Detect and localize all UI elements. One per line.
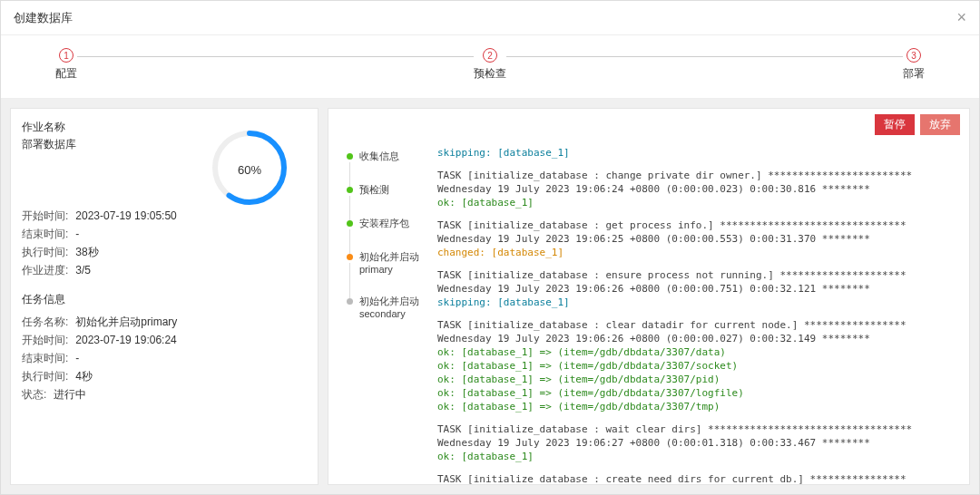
log-area[interactable]: skipping: [database_1]TASK [initialize_d… [428,141,969,484]
pause-button[interactable]: 暂停 [875,114,915,135]
log-line: TASK [initialize_database : clear datadi… [437,318,960,332]
info-row: 开始时间:2023-07-19 19:06:24 [22,331,307,349]
modal-header: 创建数据库 × [1,1,979,35]
left-panel: 作业名称 部署数据库 60% 开始时间:2023-07-19 19:05:50结… [10,108,318,485]
log-line: skipping: [database_1] [437,296,960,309]
log-block: TASK [initialize_database : change priva… [437,169,960,209]
modal: 创建数据库 × 1 配置 2 预检查 3 部署 作业名称 部署数据库 [0,0,980,495]
log-block: TASK [initialize_database : get process … [437,218,960,259]
timeline-item[interactable]: 安装程序包 [343,217,421,250]
info-value: 进行中 [54,385,86,403]
progress-percentage: 60% [238,162,261,176]
log-line: Wednesday 19 July 2023 19:06:27 +0800 (0… [437,436,960,450]
log-line: ok: [database_1] => (item=/gdb/dbdata/33… [437,359,960,373]
log-line: TASK [initialize_database : ensure proce… [437,268,960,282]
log-line: Wednesday 19 July 2023 19:06:26 +0800 (0… [437,282,960,296]
info-row: 执行时间:38秒 [22,243,307,261]
right-body: 收集信息预检测安装程序包初始化并启动primary初始化并启动secondary… [328,141,969,484]
info-value: 初始化并启动primary [75,313,177,331]
info-value: 2023-07-19 19:06:24 [75,331,176,349]
info-value: 2023-07-19 19:05:50 [75,207,176,225]
info-row: 执行时间:4秒 [22,367,307,385]
info-value: 3/5 [75,261,91,279]
timeline: 收集信息预检测安装程序包初始化并启动primary初始化并启动secondary [328,141,428,484]
step-label: 部署 [903,66,925,82]
job-info-list: 开始时间:2023-07-19 19:05:50结束时间:-执行时间:38秒作业… [22,207,307,279]
task-section-title: 任务信息 [22,292,307,307]
info-key: 结束时间: [22,349,68,367]
timeline-item[interactable]: 收集信息 [343,150,421,183]
info-key: 执行时间: [22,243,68,261]
info-key: 任务名称: [22,313,68,331]
step-label: 预检查 [474,66,506,82]
log-block: TASK [initialize_database : clear datadi… [437,318,960,413]
info-row: 作业进度:3/5 [22,261,307,279]
log-line: Wednesday 19 July 2023 19:06:24 +0800 (0… [437,182,960,196]
task-info-list: 任务名称:初始化并启动primary开始时间:2023-07-19 19:06:… [22,313,307,403]
info-value: 4秒 [75,367,93,385]
log-block: skipping: [database_1] [437,146,960,160]
info-row: 状态:进行中 [22,385,307,403]
discard-button[interactable]: 放弃 [920,114,960,135]
info-key: 结束时间: [22,225,68,243]
log-line: changed: [database_1] [437,246,960,259]
step-number-icon: 3 [906,48,921,63]
info-row: 任务名称:初始化并启动primary [22,313,307,331]
log-block: TASK [initialize_database : create need … [437,472,960,484]
timeline-item[interactable]: 预检测 [343,183,421,217]
log-block: TASK [initialize_database : wait clear d… [437,422,960,463]
log-line: ok: [database_1] => (item=/gdb/dbdata/33… [437,400,960,413]
log-line: ok: [database_1] => (item=/gdb/dbdata/33… [437,373,960,386]
step-number-icon: 2 [483,48,497,63]
log-line: ok: [database_1] => (item=/gdb/dbdata/33… [437,386,960,400]
info-key: 开始时间: [22,331,68,349]
info-row: 结束时间:- [22,349,307,367]
right-header: 暂停 放弃 [328,109,969,141]
log-line: ok: [database_1] [437,196,960,209]
steps-bar: 1 配置 2 预检查 3 部署 [1,35,979,99]
step-precheck: 2 预检查 [474,48,506,82]
log-line: skipping: [database_1] [437,146,960,160]
info-key: 状态: [22,385,46,403]
log-line: TASK [initialize_database : wait clear d… [437,422,960,436]
info-value: - [75,349,79,367]
log-line: ok: [database_1] => (item=/gdb/dbdata/33… [437,345,960,359]
timeline-item[interactable]: 初始化并启动primary [343,250,421,295]
log-line: Wednesday 19 July 2023 19:06:26 +0800 (0… [437,332,960,345]
step-label: 配置 [55,66,77,82]
log-line: Wednesday 19 July 2023 19:06:25 +0800 (0… [437,232,960,246]
info-key: 执行时间: [22,367,68,385]
log-line: TASK [initialize_database : create need … [437,472,960,484]
content: 作业名称 部署数据库 60% 开始时间:2023-07-19 19:05:50结… [1,99,979,494]
modal-title: 创建数据库 [14,10,73,26]
log-line: TASK [initialize_database : get process … [437,218,960,232]
info-row: 结束时间:- [22,225,307,243]
right-panel: 暂停 放弃 收集信息预检测安装程序包初始化并启动primary初始化并启动sec… [328,108,970,485]
info-key: 作业进度: [22,261,68,279]
progress-ring: 60% [209,127,290,211]
step-deploy: 3 部署 [903,48,925,82]
step-number-icon: 1 [59,48,74,63]
step-config: 1 配置 [55,48,77,82]
step-connector [77,56,474,57]
timeline-item[interactable]: 初始化并启动secondary [343,295,421,339]
info-value: - [75,225,79,243]
info-key: 开始时间: [22,207,68,225]
log-line: TASK [initialize_database : change priva… [437,169,960,182]
info-value: 38秒 [75,243,98,261]
log-block: TASK [initialize_database : ensure proce… [437,268,960,309]
step-connector [506,56,903,57]
close-icon[interactable]: × [956,8,966,27]
log-line: ok: [database_1] [437,450,960,463]
